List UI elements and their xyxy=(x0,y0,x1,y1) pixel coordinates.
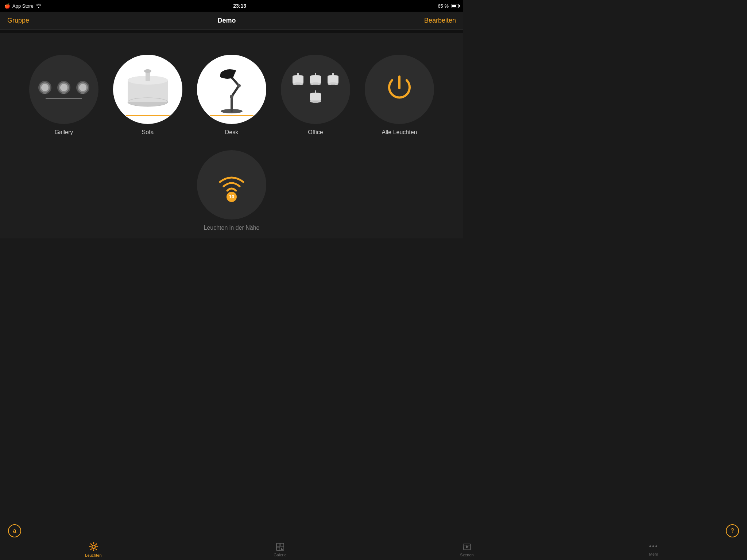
office-bulb-4 xyxy=(309,90,322,106)
main-content: Gallery Sofa xyxy=(0,33,463,238)
gallery-label: Gallery xyxy=(55,129,73,136)
sofa-lamp-icon xyxy=(119,60,177,118)
gallery-bulbs xyxy=(38,80,90,95)
nearby-item[interactable]: 10 Leuchten in der Nähe xyxy=(197,150,266,231)
battery-percent: 65 % xyxy=(438,3,449,9)
light-item-gallery[interactable]: Gallery xyxy=(29,55,98,136)
gallery-lights xyxy=(38,80,90,98)
desk-underline xyxy=(210,115,253,116)
svg-rect-37 xyxy=(331,84,335,85)
power-circle xyxy=(365,55,434,124)
svg-rect-3 xyxy=(43,92,47,93)
alle-leuchten-label: Alle Leuchten xyxy=(382,129,417,136)
svg-point-7 xyxy=(60,84,67,91)
svg-point-2 xyxy=(41,84,49,91)
svg-rect-34 xyxy=(313,84,318,85)
battery-fill xyxy=(452,5,456,7)
page-title: Demo xyxy=(217,17,236,24)
sofa-circle xyxy=(113,55,182,124)
desk-label: Desk xyxy=(225,129,238,136)
nearby-label: Leuchten in der Nähe xyxy=(204,225,260,231)
battery-icon xyxy=(451,4,459,8)
power-icon xyxy=(383,73,416,106)
office-bottom-row xyxy=(309,90,322,106)
bearbeiten-button[interactable]: Bearbeiten xyxy=(424,17,456,24)
lights-row: Gallery Sofa xyxy=(29,55,434,136)
svg-rect-9 xyxy=(62,93,65,94)
svg-point-12 xyxy=(79,84,86,91)
sofa-underline xyxy=(126,115,170,116)
separator xyxy=(0,30,463,33)
apple-icon: 🍎 xyxy=(4,3,10,9)
svg-rect-31 xyxy=(296,84,300,85)
sofa-label: Sofa xyxy=(142,129,154,136)
bulb-icon-2 xyxy=(57,80,71,95)
bulb-icon-3 xyxy=(76,80,90,95)
nearby-count-badge: 10 xyxy=(227,192,237,202)
nearby-circle: 10 xyxy=(197,150,266,219)
status-time: 23:13 xyxy=(233,3,246,9)
light-item-office[interactable]: Office xyxy=(281,55,350,136)
office-bulb-3 xyxy=(326,73,340,88)
gruppe-button[interactable]: Gruppe xyxy=(7,17,29,24)
battery-body xyxy=(451,4,459,8)
svg-rect-23 xyxy=(231,97,233,112)
status-left: 🍎 App Store xyxy=(4,3,42,9)
desk-circle xyxy=(197,55,266,124)
light-item-alle-leuchten[interactable]: Alle Leuchten xyxy=(365,55,434,136)
svg-rect-13 xyxy=(81,92,85,93)
office-top-row xyxy=(291,73,340,88)
office-bulb-1 xyxy=(291,73,305,88)
svg-rect-4 xyxy=(43,93,46,94)
svg-rect-14 xyxy=(81,93,84,94)
light-item-sofa[interactable]: Sofa xyxy=(113,55,182,136)
office-bulb-2 xyxy=(309,73,322,88)
nearby-icon: 10 xyxy=(217,173,246,197)
desk-lamp-icon xyxy=(202,60,261,118)
svg-line-24 xyxy=(232,86,239,97)
app-store-label: App Store xyxy=(12,3,34,9)
light-item-desk[interactable]: Desk xyxy=(197,55,266,136)
nav-bar: Gruppe Demo Bearbeiten xyxy=(0,12,463,30)
office-label: Office xyxy=(308,129,323,136)
status-right: 65 % xyxy=(438,3,459,9)
svg-point-27 xyxy=(237,84,241,88)
svg-rect-8 xyxy=(62,92,66,93)
svg-rect-40 xyxy=(313,101,318,103)
office-lights xyxy=(291,73,340,106)
status-bar: 🍎 App Store 23:13 65 % xyxy=(0,0,463,12)
gallery-underline xyxy=(46,98,82,98)
svg-point-28 xyxy=(230,95,233,98)
wifi-icon xyxy=(36,4,42,8)
svg-point-20 xyxy=(144,69,151,73)
bulb-icon-1 xyxy=(38,80,52,95)
gallery-circle xyxy=(29,55,98,124)
office-circle xyxy=(281,55,350,124)
